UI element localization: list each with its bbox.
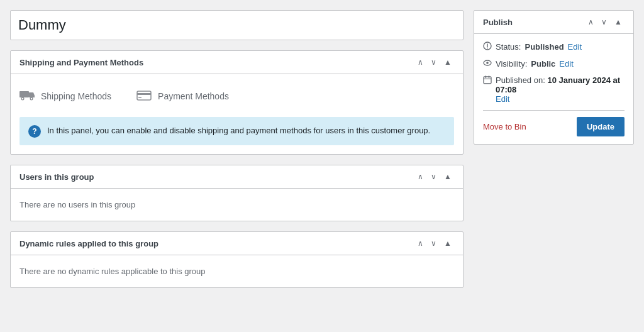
shipping-payment-controls: ∧ ∨ ▲	[415, 57, 454, 67]
svg-point-5	[31, 98, 32, 99]
shipping-payment-up-btn[interactable]: ∧	[415, 57, 426, 67]
publish-up-btn[interactable]: ∧	[586, 17, 596, 27]
publish-header: Publish ∧ ∨ ▲	[474, 11, 633, 34]
eye-icon	[483, 58, 492, 69]
main-content: Shipping and Payment Methods ∧ ∨ ▲	[10, 10, 464, 322]
visibility-value: Public	[531, 59, 555, 69]
shipping-method-label: Shipping Methods	[41, 91, 111, 101]
users-panel: Users in this group ∧ ∨ ▲ There are no u…	[10, 165, 464, 221]
svg-marker-1	[29, 92, 35, 97]
shipping-payment-panel: Shipping and Payment Methods ∧ ∨ ▲	[10, 50, 464, 155]
title-wrap	[10, 10, 464, 40]
users-body: There are no users in this group	[11, 189, 463, 221]
dynamic-rules-collapse-btn[interactable]: ▲	[441, 238, 454, 248]
shipping-payment-title: Shipping and Payment Methods	[19, 58, 143, 67]
status-row: Status: Published Edit	[483, 42, 625, 52]
status-label: Status:	[496, 42, 521, 52]
calendar-icon	[483, 75, 492, 86]
shipping-payment-body: Shipping Methods Payment Methods	[11, 74, 463, 154]
shipping-payment-header: Shipping and Payment Methods ∧ ∨ ▲	[11, 51, 463, 74]
svg-rect-14	[484, 77, 491, 84]
svg-point-13	[486, 62, 489, 64]
visibility-label: Visibility:	[496, 59, 527, 69]
svg-point-11	[487, 48, 487, 48]
sidebar: Publish ∧ ∨ ▲ St	[474, 10, 634, 322]
publish-collapse-btn[interactable]: ▲	[612, 17, 625, 27]
payment-method-item[interactable]: Payment Methods	[136, 88, 229, 104]
publish-header-controls: ∧ ∨ ▲	[586, 17, 625, 27]
payment-method-label: Payment Methods	[158, 91, 229, 101]
info-text: In this panel, you can enable and disabl…	[47, 124, 430, 137]
dynamic-rules-controls: ∧ ∨ ▲	[415, 238, 454, 248]
users-up-btn[interactable]: ∧	[415, 172, 426, 182]
users-controls: ∧ ∨ ▲	[415, 172, 454, 182]
status-edit-link[interactable]: Edit	[568, 42, 582, 52]
shipping-method-item[interactable]: Shipping Methods	[19, 88, 111, 104]
pin-icon	[483, 42, 492, 52]
publish-panel: Publish ∧ ∨ ▲ St	[474, 10, 634, 145]
published-edit-link[interactable]: Edit	[496, 94, 509, 104]
svg-rect-6	[137, 91, 151, 100]
svg-point-4	[22, 98, 23, 99]
publish-title: Publish	[483, 18, 513, 27]
dynamic-rules-down-btn[interactable]: ∨	[428, 238, 439, 248]
truck-icon	[19, 88, 35, 104]
users-header: Users in this group ∧ ∨ ▲	[11, 165, 463, 189]
move-to-bin-button[interactable]: Move to Bin	[483, 122, 526, 131]
users-collapse-btn[interactable]: ▲	[441, 172, 454, 182]
shipping-payment-down-btn[interactable]: ∨	[428, 57, 439, 67]
published-label: Published on:	[496, 75, 545, 85]
publish-actions: Move to Bin Update	[483, 117, 625, 136]
svg-rect-7	[137, 93, 151, 95]
users-title: Users in this group	[19, 172, 94, 182]
info-box: ? In this panel, you can enable and disa…	[19, 117, 454, 145]
no-dynamic-rules-text: There are no dynamic rules applicable to…	[19, 264, 454, 279]
visibility-edit-link[interactable]: Edit	[559, 59, 573, 69]
methods-row: Shipping Methods Payment Methods	[19, 83, 454, 114]
svg-rect-0	[19, 91, 29, 97]
published-date-content: Published on: 10 January 2024 at 07:08 E…	[496, 75, 625, 104]
dynamic-rules-body: There are no dynamic rules applicable to…	[11, 255, 463, 287]
dynamic-rules-up-btn[interactable]: ∧	[415, 238, 426, 248]
dynamic-rules-header: Dynamic rules applied to this group ∧ ∨ …	[11, 232, 463, 255]
svg-rect-8	[138, 97, 142, 98]
publish-body: Status: Published Edit Visibility: Publi…	[474, 34, 633, 144]
title-input[interactable]	[11, 11, 463, 40]
publish-down-btn[interactable]: ∨	[599, 17, 609, 27]
users-down-btn[interactable]: ∨	[428, 172, 439, 182]
no-users-text: There are no users in this group	[19, 197, 454, 212]
dynamic-rules-title: Dynamic rules applied to this group	[19, 239, 158, 248]
update-button[interactable]: Update	[577, 117, 625, 136]
dynamic-rules-panel: Dynamic rules applied to this group ∧ ∨ …	[10, 231, 464, 288]
publish-divider	[483, 110, 625, 111]
published-date-row: Published on: 10 January 2024 at 07:08 E…	[483, 75, 625, 104]
visibility-row: Visibility: Public Edit	[483, 58, 625, 69]
info-icon: ?	[28, 125, 41, 138]
status-value: Published	[525, 42, 564, 52]
card-icon	[136, 88, 152, 104]
shipping-payment-collapse-btn[interactable]: ▲	[441, 57, 454, 67]
